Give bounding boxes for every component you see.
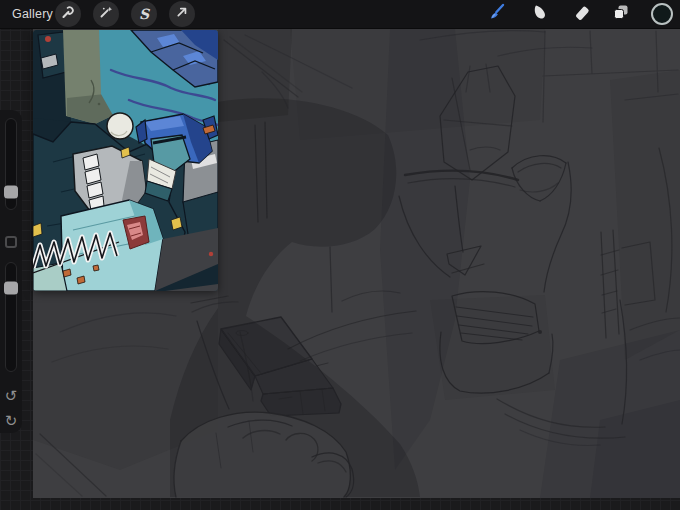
smudge-finger-icon (529, 1, 551, 27)
opacity-slider[interactable] (5, 262, 17, 372)
top-toolbar: Gallery S (0, 0, 680, 29)
procreate-workspace: ↺ ↻ Gallery S (0, 0, 680, 510)
brush-icon (486, 1, 508, 27)
reference-comic-panel (33, 30, 218, 291)
eraser-icon (571, 1, 593, 27)
smudge-tool-button[interactable] (529, 3, 551, 25)
brush-size-handle[interactable] (4, 185, 18, 198)
reference-image-overlay[interactable] (33, 30, 218, 291)
magic-wand-icon (97, 3, 115, 25)
undo-button[interactable]: ↺ (0, 386, 22, 406)
layers-button[interactable] (610, 3, 632, 25)
paint-tool-button[interactable] (486, 3, 508, 25)
wrench-icon (59, 3, 77, 25)
s-ribbon-icon: S (139, 7, 149, 21)
adjustments-button[interactable] (93, 1, 119, 27)
brush-size-slider[interactable] (5, 118, 17, 210)
opacity-handle[interactable] (4, 281, 18, 294)
arrow-cursor-icon (173, 3, 191, 25)
brush-sidebar: ↺ ↻ (0, 110, 22, 433)
transform-button[interactable] (169, 1, 195, 27)
erase-tool-button[interactable] (571, 3, 593, 25)
selection-button[interactable]: S (131, 1, 157, 27)
gallery-button[interactable]: Gallery (12, 0, 53, 28)
redo-button[interactable]: ↻ (0, 411, 22, 431)
modify-button[interactable] (5, 236, 17, 248)
actions-button[interactable] (55, 1, 81, 27)
color-swatch-button[interactable] (651, 3, 673, 25)
layers-icon (610, 1, 632, 27)
